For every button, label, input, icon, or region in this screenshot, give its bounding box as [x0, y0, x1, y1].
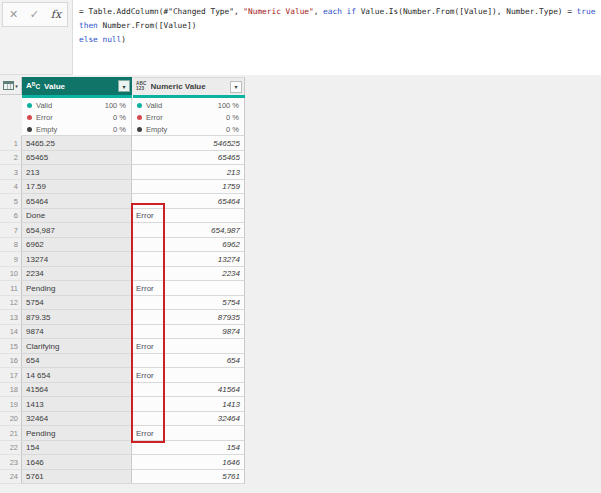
row-number[interactable]: 2	[0, 151, 22, 166]
numeric-cell[interactable]: 65465	[132, 151, 245, 166]
numeric-cell[interactable]: 87935	[132, 310, 245, 325]
row-number[interactable]: 6	[0, 209, 22, 224]
value-cell[interactable]: Clarifying	[22, 339, 132, 354]
numeric-cell[interactable]: 1759	[132, 180, 245, 195]
numeric-cell[interactable]: 5761	[132, 470, 245, 485]
row-number[interactable]: 23	[0, 455, 22, 470]
table-row: 7654,987654,987	[0, 223, 245, 238]
column-header-value[interactable]: ABC Value ▾	[22, 77, 132, 95]
column-header-numeric-value[interactable]: ABC123 Numeric Value ▾	[132, 77, 245, 95]
numeric-cell[interactable]: 654,987	[132, 223, 245, 238]
value-cell[interactable]: 13274	[22, 252, 132, 267]
valid-dot-icon	[27, 103, 32, 108]
value-cell[interactable]: 879.35	[22, 310, 132, 325]
row-number[interactable]: 24	[0, 470, 22, 485]
value-cell[interactable]: 14 654	[22, 368, 132, 383]
stat-value: 0 %	[226, 125, 239, 134]
row-number[interactable]: 12	[0, 296, 22, 311]
numeric-cell[interactable]: 65464	[132, 194, 245, 209]
numeric-cell[interactable]: 654	[132, 354, 245, 369]
numeric-cell[interactable]: 546525	[132, 136, 245, 151]
value-cell[interactable]: 17.59	[22, 180, 132, 195]
row-number[interactable]: 18	[0, 383, 22, 398]
stat-label: Empty	[36, 125, 113, 134]
stat-label: Valid	[146, 101, 218, 110]
value-cell[interactable]: 5465.25	[22, 136, 132, 151]
table-row: 1257545754	[0, 296, 245, 311]
value-cell[interactable]: 1413	[22, 397, 132, 412]
numeric-cell-error[interactable]: Error	[132, 426, 245, 441]
numeric-cell[interactable]: 2234	[132, 267, 245, 282]
numeric-cell[interactable]: 13274	[132, 252, 245, 267]
value-cell[interactable]: 5761	[22, 470, 132, 485]
row-number[interactable]: 21	[0, 426, 22, 441]
row-number[interactable]: 13	[0, 310, 22, 325]
row-number[interactable]: 1	[0, 136, 22, 151]
value-cell[interactable]: 5754	[22, 296, 132, 311]
numeric-cell[interactable]: 1413	[132, 397, 245, 412]
stat-label: Valid	[36, 101, 105, 110]
numeric-cell[interactable]: 213	[132, 165, 245, 180]
row-number[interactable]: 11	[0, 281, 22, 296]
numeric-cell-error[interactable]: Error	[132, 368, 245, 383]
empty-dot-icon	[137, 127, 142, 132]
value-cell[interactable]: 1646	[22, 455, 132, 470]
stat-empty: Empty 0 %	[132, 123, 244, 135]
value-cell[interactable]: Done	[22, 209, 132, 224]
value-cell[interactable]: 65464	[22, 194, 132, 209]
table-menu-button[interactable]: ▾	[0, 77, 22, 95]
stat-label: Empty	[146, 125, 226, 134]
value-cell[interactable]: 32464	[22, 412, 132, 427]
row-number[interactable]: 5	[0, 194, 22, 209]
value-cell[interactable]: 6962	[22, 238, 132, 253]
row-number[interactable]: 4	[0, 180, 22, 195]
value-cell[interactable]: 41564	[22, 383, 132, 398]
filter-dropdown-button[interactable]: ▾	[230, 81, 242, 93]
value-cell[interactable]: 154	[22, 441, 132, 456]
row-number[interactable]: 14	[0, 325, 22, 340]
formula-text[interactable]: = Table.AddColumn(#"Changed Type", "Nume…	[72, 0, 601, 75]
numeric-cell[interactable]: 9874	[132, 325, 245, 340]
stat-value: 0 %	[226, 113, 239, 122]
column-name: Value	[44, 82, 118, 91]
row-number[interactable]: 17	[0, 368, 22, 383]
numeric-cell[interactable]: 154	[132, 441, 245, 456]
filter-dropdown-button[interactable]: ▾	[118, 80, 130, 92]
cancel-icon[interactable]: ✕	[9, 9, 18, 20]
value-cell[interactable]: Pending	[22, 281, 132, 296]
confirm-icon[interactable]: ✓	[30, 9, 39, 20]
numeric-cell[interactable]: 1646	[132, 455, 245, 470]
value-cell[interactable]: 654,987	[22, 223, 132, 238]
formula-bar: ✕ ✓ fx = Table.AddColumn(#"Changed Type"…	[0, 0, 601, 75]
value-cell[interactable]: 9874	[22, 325, 132, 340]
value-cell[interactable]: 213	[22, 165, 132, 180]
row-number[interactable]: 9	[0, 252, 22, 267]
row-number[interactable]: 8	[0, 238, 22, 253]
numeric-cell[interactable]: 32464	[132, 412, 245, 427]
value-cell[interactable]: Pending	[22, 426, 132, 441]
numeric-cell-error[interactable]: Error	[132, 209, 245, 224]
stat-valid: Valid 100 %	[132, 99, 244, 111]
row-number[interactable]: 3	[0, 165, 22, 180]
row-number[interactable]: 20	[0, 412, 22, 427]
fx-icon[interactable]: fx	[51, 8, 61, 21]
row-number[interactable]: 15	[0, 339, 22, 354]
valid-dot-icon	[137, 103, 142, 108]
row-number[interactable]: 10	[0, 267, 22, 282]
numeric-cell-error[interactable]: Error	[132, 339, 245, 354]
value-cell[interactable]: 65465	[22, 151, 132, 166]
row-number[interactable]: 19	[0, 397, 22, 412]
row-number[interactable]: 16	[0, 354, 22, 369]
value-cell[interactable]: 2234	[22, 267, 132, 282]
value-cell[interactable]: 654	[22, 354, 132, 369]
any-type-icon: ABC123	[136, 82, 147, 91]
numeric-cell[interactable]: 5754	[132, 296, 245, 311]
numeric-cell[interactable]: 41564	[132, 383, 245, 398]
empty-dot-icon	[27, 127, 32, 132]
table-rows: 15465.25546525265465654653213213417.5917…	[0, 136, 245, 484]
table-row: 3213213	[0, 165, 245, 180]
row-number[interactable]: 7	[0, 223, 22, 238]
numeric-cell[interactable]: 6962	[132, 238, 245, 253]
row-number[interactable]: 22	[0, 441, 22, 456]
numeric-cell-error[interactable]: Error	[132, 281, 245, 296]
